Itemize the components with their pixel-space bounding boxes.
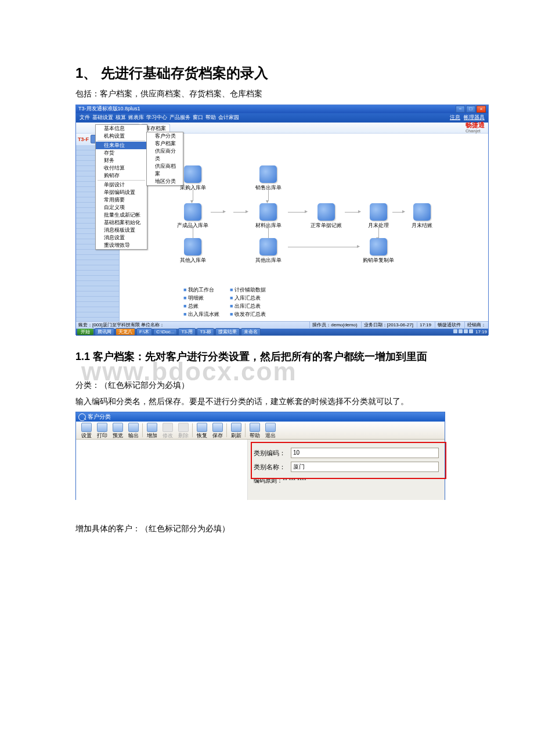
tree-panel[interactable] [76, 440, 248, 500]
exit-icon [265, 423, 276, 432]
flow-other-out[interactable]: 其他出库单 [250, 238, 286, 264]
menu-basesetting[interactable]: 基础设置 [92, 114, 113, 121]
mi-psi[interactable]: 购销存 [96, 172, 147, 179]
mi-org[interactable]: 机构设置 [96, 132, 147, 140]
brand-logo: 畅捷通Chanjet [466, 121, 485, 133]
tb-undo[interactable]: 恢复 [194, 423, 210, 438]
arrow-down-icon [378, 228, 379, 238]
link-in-sum[interactable]: 入库汇总表 [230, 294, 266, 302]
flow-purchase-in[interactable]: 采购入库单 [175, 165, 211, 192]
taskbar-item[interactable]: 腾讯网 [95, 328, 114, 336]
taskbar-item[interactable]: F:\木 [136, 328, 152, 336]
print-icon [97, 423, 107, 432]
input-name[interactable]: 厦门 [291, 462, 439, 472]
arrow-up-icon [268, 228, 269, 238]
mi-cust-class[interactable]: 客户分类 [147, 132, 183, 140]
tb-add[interactable]: 增加 [144, 423, 160, 438]
input-code[interactable]: 10 [291, 448, 439, 458]
tb-help[interactable]: 帮助 [247, 423, 262, 438]
mi-voucher-code[interactable]: 单据编码设置 [96, 189, 147, 196]
toolbar: 设置 打印 预览 输出 增加 修改 删除 恢复 保存 刷新 帮助 退出 [76, 422, 445, 440]
menu-help[interactable]: 帮助 [205, 114, 216, 121]
arrow-right-icon [345, 212, 359, 213]
menu-learn[interactable]: 学习中心 [146, 114, 167, 121]
taskbar-item[interactable]: C:\Doc... [153, 329, 177, 335]
mi-finance[interactable]: 财务 [96, 157, 147, 164]
tb-exit[interactable]: 退出 [262, 423, 278, 438]
minimize-button[interactable]: − [456, 106, 465, 113]
workspace: 基本信息 机构设置 往来单位 存货 财务 收付结算 购销存 单据设计 单据编码设… [120, 134, 488, 321]
flow-month-process[interactable]: 月末处理 [360, 203, 396, 229]
export-icon [128, 423, 139, 432]
link-workbench[interactable]: 我的工作台 [183, 286, 219, 294]
doc-para-4: 增加具体的客户：（红色标记部分为必填） [75, 523, 459, 535]
mi-msg-set[interactable]: 消息设置 [96, 234, 147, 242]
form-panel: 类别编码： 10 类别名称： 厦门 编码原则：** *** **** [248, 440, 445, 500]
tb-export[interactable]: 输出 [125, 423, 141, 438]
taskbar-item[interactable]: 搜索结果 [215, 328, 240, 336]
menubar-link-1[interactable]: 注息 [450, 114, 460, 121]
mi-init[interactable]: 基础档案初始化 [96, 219, 147, 226]
mi-basic-info[interactable]: 基本信息 [96, 125, 147, 132]
ledger-icon [317, 203, 335, 221]
menu-product[interactable]: 产品服务 [169, 114, 190, 121]
taskbar-item[interactable]: 未命名 [241, 328, 261, 336]
mi-voucher-design[interactable]: 单据设计 [96, 181, 147, 189]
taskbar-item[interactable]: 天龙八 [116, 328, 135, 336]
status-product: 畅捷通软件 [435, 322, 461, 328]
tb-save[interactable]: 保存 [210, 423, 225, 438]
mi-supp-class[interactable]: 供应商分类 [147, 147, 183, 163]
document-icon [184, 203, 201, 221]
link-detail[interactable]: 明细账 [183, 294, 219, 302]
calendar-icon [370, 203, 387, 221]
save-icon [212, 423, 223, 432]
arrow-up-icon [193, 228, 193, 238]
menubar: 文件 基础设置 核算 账表库 学习中心 产品服务 窗口 帮助 会计家园 注息 帐… [76, 113, 488, 123]
label-name: 类别名称： [254, 463, 291, 471]
window-title: 客户分类 [88, 413, 111, 421]
start-button[interactable]: 开始 [77, 329, 93, 335]
flow-other-in[interactable]: 其他入库单 [175, 238, 211, 264]
close-button[interactable]: × [477, 106, 486, 113]
link-ledger[interactable]: 总账 [183, 302, 219, 310]
menu-window[interactable]: 窗口 [193, 114, 203, 121]
mi-reset[interactable]: 重设增效导 [96, 242, 147, 249]
status-operator: 操作员：demo(demo) [309, 322, 357, 328]
flow-month-close[interactable]: 月末结账 [404, 203, 440, 229]
flow-copy[interactable]: 购销单复制单 [360, 238, 396, 264]
mi-payment[interactable]: 收付结算 [96, 164, 147, 172]
mi-batch[interactable]: 批量生成新记帐 [96, 211, 147, 219]
links-col-2: 计价辅助数据 入库汇总表 出库汇总表 收发存汇总表 [230, 286, 266, 318]
flow-normal-post[interactable]: 正常单据记账 [308, 203, 344, 229]
maximize-button[interactable]: □ [466, 106, 475, 113]
tb-refresh[interactable]: 刷新 [228, 423, 244, 438]
menu-account[interactable]: 核算 [116, 114, 126, 121]
mi-msg-tpl[interactable]: 消息模板设置 [96, 226, 147, 234]
doc-para-1: 包括：客户档案，供应商档案、存货档案、仓库档案 [75, 88, 459, 100]
link-io-sum[interactable]: 收发存汇总表 [230, 310, 266, 318]
t3-app-window: T3-用友通标准版10.8plus1 − □ × 文件 基础设置 核算 账表库 … [75, 105, 489, 335]
tb-print[interactable]: 打印 [94, 423, 110, 438]
menu-report[interactable]: 账表库 [128, 114, 144, 121]
arrow-down-icon [268, 189, 269, 201]
mi-contacts[interactable]: 往来单位 [96, 142, 147, 149]
mi-inventory[interactable]: 存货 [96, 149, 147, 157]
link-flow[interactable]: 出入库流水账 [183, 310, 219, 318]
link-cost[interactable]: 计价辅助数据 [230, 286, 266, 294]
doc-para-3: 输入编码和分类名，然后保存。要是不进行分类的话，建立帐套的时候选择不分类就可以了… [75, 396, 459, 408]
arrow-right-icon [288, 212, 305, 213]
menu-basesetting-dropdown: 基本信息 机构设置 往来单位 存货 财务 收付结算 购销存 单据设计 单据编码设… [95, 124, 147, 250]
link-out-sum[interactable]: 出库汇总表 [230, 302, 266, 310]
settings-icon [81, 423, 92, 432]
tb-preview[interactable]: 预览 [110, 423, 125, 438]
taskbar-item[interactable]: T3-标 [197, 328, 214, 336]
status-date: 业务日期：[2013-06-27] [361, 322, 413, 328]
menu-file[interactable]: 文件 [80, 114, 90, 121]
mi-custom[interactable]: 自定义项 [96, 204, 147, 211]
menu-acchome[interactable]: 会计家园 [218, 114, 239, 121]
flow-sale-out[interactable]: 销售出库单 [250, 165, 286, 192]
tb-settings[interactable]: 设置 [78, 423, 94, 438]
mi-cust-file[interactable]: 客户档案 [147, 140, 183, 147]
mi-summary[interactable]: 常用摘要 [96, 196, 147, 204]
taskbar-item[interactable]: T3-用 [178, 328, 196, 336]
